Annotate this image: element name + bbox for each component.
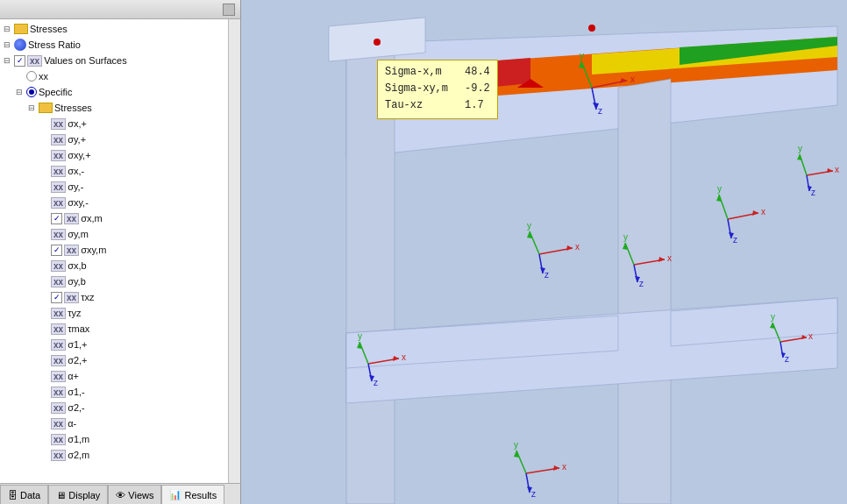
- tab-results[interactable]: 📊 Results: [161, 485, 224, 504]
- svg-text:x: x: [808, 331, 813, 341]
- tooltip-label-2: Sigma-xy,m: [385, 81, 459, 97]
- svg-text:z: z: [544, 270, 549, 280]
- tree-item-sigma-xy-plus[interactable]: xxσxy,+: [0, 147, 228, 163]
- tree-item-specific[interactable]: ⊟Specific: [0, 84, 228, 100]
- svg-text:y: y: [798, 144, 802, 153]
- tree-item-radio-xx[interactable]: xx: [0, 68, 228, 84]
- tooltip-value-1: 48.4: [465, 64, 490, 81]
- panel-close-button[interactable]: [223, 4, 235, 16]
- tree-item-sigma-xb[interactable]: xxσx,b: [0, 258, 228, 273]
- tree-item-stresses-root[interactable]: ⊟Stresses: [0, 21, 228, 37]
- tab-data[interactable]: 🗄 Data: [0, 485, 48, 504]
- folder-icon-stresses-root: [14, 24, 28, 34]
- svg-text:y: y: [623, 232, 628, 242]
- tab-data-label: Data: [20, 490, 40, 500]
- xx-icon-tau-max: xx: [51, 323, 66, 335]
- xx-icon-sigma-x-plus: xx: [51, 118, 66, 130]
- tree-label-sigma-x-minus: σx,-: [68, 166, 84, 176]
- tree-label-sigma2-plus: σ2,+: [68, 355, 87, 366]
- checkbox-values-on-surfaces[interactable]: [14, 55, 25, 67]
- 3d-scene: x y z x y z: [241, 0, 847, 504]
- tree-label-sigma2-minus: σ2,-: [68, 402, 85, 413]
- tree-item-sigma-ym[interactable]: xxσy,m: [0, 226, 228, 242]
- svg-text:y: y: [771, 312, 775, 322]
- svg-text:x: x: [562, 462, 566, 472]
- tree-item-sigma-xm[interactable]: xxσx,m: [0, 210, 228, 226]
- tree-item-alpha-minus[interactable]: xxα-: [0, 415, 228, 431]
- tree-area: ⊟Stresses⊟Stress Ratio⊟xxValues on Surfa…: [0, 19, 228, 483]
- svg-text:x: x: [835, 165, 839, 174]
- tree-item-sigma1-minus[interactable]: xxσ1,-: [0, 384, 228, 400]
- tooltip-label-1: Sigma-x,m: [385, 64, 459, 81]
- xx-icon-sigma-ym: xx: [51, 229, 66, 240]
- tree-item-tau-max[interactable]: xxτmax: [0, 321, 228, 337]
- svg-text:z: z: [785, 354, 789, 364]
- tree-item-sigma2-minus[interactable]: xxσ2,-: [0, 400, 228, 415]
- tree-label-values-on-surfaces: Values on Surfaces: [44, 55, 127, 66]
- radio-sel-icon-specific[interactable]: [26, 87, 37, 97]
- svg-text:z: z: [374, 378, 378, 387]
- tree-item-sigma2-plus[interactable]: xxσ2,+: [0, 352, 228, 368]
- tab-display[interactable]: 🖥 Display: [48, 485, 108, 504]
- tree-item-sigma-y-minus[interactable]: xxσy,-: [0, 179, 228, 195]
- tree-label-radio-xx: xx: [39, 71, 48, 82]
- scrollbar[interactable]: [228, 19, 240, 483]
- tree-label-stress-ratio: Stress Ratio: [28, 39, 81, 50]
- checkbox-sigma-xm[interactable]: [51, 213, 62, 224]
- tree-label-sigma-xb: σx,b: [68, 260, 86, 271]
- tree-item-sigma-x-plus[interactable]: xxσx,+: [0, 116, 228, 131]
- tree-item-sigma-xym[interactable]: xxσxy,m: [0, 242, 228, 258]
- tree-item-tau-xz[interactable]: xxτxz: [0, 289, 228, 305]
- tree-item-sigma1-plus[interactable]: xxσ1,+: [0, 337, 228, 352]
- tree-label-sigma-x-plus: σx,+: [68, 118, 87, 129]
- tree-label-alpha-plus: α+: [68, 371, 79, 381]
- expand-icon-stresses-child[interactable]: ⊟: [28, 103, 39, 112]
- xx-icon-sigma-x-minus: xx: [51, 166, 66, 177]
- svg-text:y: y: [358, 331, 362, 341]
- tab-views[interactable]: 👁 Views: [108, 485, 161, 504]
- tree-label-stresses-child: Stresses: [54, 103, 92, 113]
- tree-item-alpha-plus[interactable]: xxα+: [0, 368, 228, 384]
- expand-icon-stress-ratio[interactable]: ⊟: [4, 40, 14, 49]
- globe-icon-stress-ratio: [14, 39, 26, 51]
- tree-label-tau-yz: τyz: [68, 308, 81, 318]
- tree-item-values-on-surfaces[interactable]: ⊟xxValues on Surfaces: [0, 53, 228, 68]
- xx-icon-sigma2-minus: xx: [51, 402, 66, 414]
- tree-item-sigma1m[interactable]: xxσ1,m: [0, 431, 228, 447]
- xx-icon-alpha-plus: xx: [51, 371, 66, 382]
- panel-header: [0, 0, 240, 19]
- checkbox-sigma-xym[interactable]: [51, 245, 62, 256]
- tooltip-value-2: -9.2: [465, 81, 490, 97]
- tree-label-stresses-root: Stresses: [30, 24, 68, 34]
- svg-text:x: x: [667, 253, 672, 263]
- checkbox-tau-xz[interactable]: [51, 292, 62, 303]
- svg-text:y: y: [717, 184, 722, 194]
- svg-text:y: y: [527, 221, 531, 231]
- expand-icon-stresses-root[interactable]: ⊟: [4, 25, 14, 33]
- tree-item-sigma-y-plus[interactable]: xxσy,+: [0, 131, 228, 147]
- project-navigator-panel: ⊟Stresses⊟Stress Ratio⊟xxValues on Surfa…: [0, 0, 241, 504]
- main-viewport: x y z x y z: [241, 0, 847, 504]
- xx-icon-tau-yz: xx: [51, 308, 66, 319]
- tree-item-sigma-xy-minus[interactable]: xxσxy,-: [0, 195, 228, 210]
- tree-item-stresses-child[interactable]: ⊟Stresses: [0, 100, 228, 116]
- radio-icon-radio-xx[interactable]: [26, 71, 37, 82]
- svg-text:x: x: [761, 207, 765, 217]
- stress-tooltip: Sigma-x,m 48.4 Sigma-xy,m -9.2 Tau-xz 1.…: [377, 60, 498, 119]
- tree-label-sigma-y-plus: σy,+: [68, 134, 86, 145]
- svg-text:z: z: [598, 106, 602, 116]
- tree-item-sigma-x-minus[interactable]: xxσx,-: [0, 163, 228, 179]
- tree-item-tau-yz[interactable]: xxτyz: [0, 305, 228, 321]
- svg-text:y: y: [514, 440, 518, 450]
- xx-icon-sigma2-plus: xx: [51, 355, 66, 366]
- tree-label-sigma-ym: σy,m: [68, 229, 89, 239]
- results-icon: 📊: [169, 489, 182, 500]
- expand-icon-values-on-surfaces[interactable]: ⊟: [4, 56, 14, 65]
- svg-text:z: z: [639, 279, 644, 288]
- tree-item-stress-ratio[interactable]: ⊟Stress Ratio: [0, 37, 228, 53]
- xx-icon-values-on-surfaces: xx: [27, 55, 42, 67]
- tree-item-sigma-yb[interactable]: xxσy,b: [0, 273, 228, 289]
- expand-icon-specific[interactable]: ⊟: [16, 88, 26, 96]
- tree-label-sigma1-plus: σ1,+: [68, 339, 87, 350]
- tree-item-sigma2m[interactable]: xxσ2,m: [0, 447, 228, 463]
